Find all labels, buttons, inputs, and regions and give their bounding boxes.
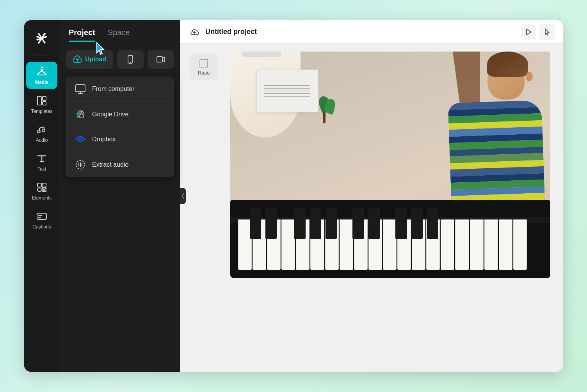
header-right [521,24,555,40]
captions-label: Captions [32,224,51,230]
svg-rect-2 [43,96,46,100]
canvas-image [230,52,550,278]
canvas-tools: Ratio [188,52,219,364]
svg-rect-13 [76,85,85,92]
phone-upload-button[interactable] [117,50,144,69]
templates-icon [36,94,48,107]
project-title: Untitled project [205,28,257,36]
ratio-button[interactable]: Ratio [190,53,217,80]
cloud-save-icon [188,26,201,38]
canvas-display [226,52,555,364]
sidebar-item-audio[interactable]: Audio [26,119,57,147]
audio-label: Audio [36,137,48,143]
panel-tabs: Project Space [59,20,180,42]
play-button[interactable] [521,24,536,40]
media-icon [36,66,48,78]
svg-point-11 [130,62,131,63]
dropbox-option[interactable]: Dropbox [66,127,174,152]
svg-rect-9 [37,213,46,219]
upload-section: Upload [59,42,180,77]
google-drive-icon [75,109,86,120]
icon-sidebar: Media Templates Audio [24,20,59,372]
canvas-area: Ratio [180,44,563,372]
google-drive-option[interactable]: Google Drive [66,102,174,127]
sidebar-item-captions[interactable]: Captions [26,206,57,233]
pointer-tool-button[interactable] [539,24,555,40]
from-computer-label: From computer [92,86,134,93]
sidebar-item-elements[interactable]: Elements [26,177,57,205]
tab-project[interactable]: Project [69,28,95,42]
media-label: Media [35,80,48,85]
video-upload-button[interactable] [148,50,174,69]
google-drive-label: Google Drive [92,111,128,118]
dropbox-icon [75,134,86,145]
sidebar-item-text[interactable]: Text [26,148,57,176]
piano-scene [230,52,550,278]
svg-point-8 [37,188,41,192]
panel-collapse-handle[interactable] [180,188,186,204]
header-left: Untitled project [188,26,257,38]
extract-audio-label: Extract audio [92,161,128,168]
text-label: Text [37,166,46,172]
svg-rect-6 [37,183,41,187]
audio-icon [36,123,48,136]
sidebar-divider [34,55,50,55]
svg-rect-12 [157,57,162,62]
captions-icon [36,210,48,223]
media-panel: Project Space Upload [59,20,180,372]
upload-dropdown: From computer Google Drive [66,77,174,177]
content-area: Untitled project [180,20,563,372]
svg-rect-3 [43,102,46,105]
svg-point-5 [42,129,45,132]
from-computer-option[interactable]: From computer [66,77,174,102]
sidebar-item-media[interactable]: Media [26,62,57,89]
tab-space[interactable]: Space [108,28,130,42]
elements-label: Elements [32,195,52,201]
content-header: Untitled project [180,20,563,44]
extract-audio-option[interactable]: Extract audio [66,152,174,177]
dropbox-label: Dropbox [92,136,116,143]
cursor-pointer [94,42,109,56]
svg-point-0 [41,69,43,71]
upload-label: Upload [85,56,106,63]
app-logo [32,28,52,48]
elements-icon [36,181,48,194]
svg-point-4 [37,130,40,133]
templates-label: Templates [31,109,53,114]
monitor-icon [75,84,86,94]
svg-rect-1 [37,96,41,105]
ratio-label: Ratio [198,70,210,76]
svg-rect-15 [200,59,208,67]
svg-rect-7 [42,183,46,187]
text-icon [36,152,48,165]
sidebar-item-templates[interactable]: Templates [26,91,57,118]
extract-audio-icon [75,159,86,170]
